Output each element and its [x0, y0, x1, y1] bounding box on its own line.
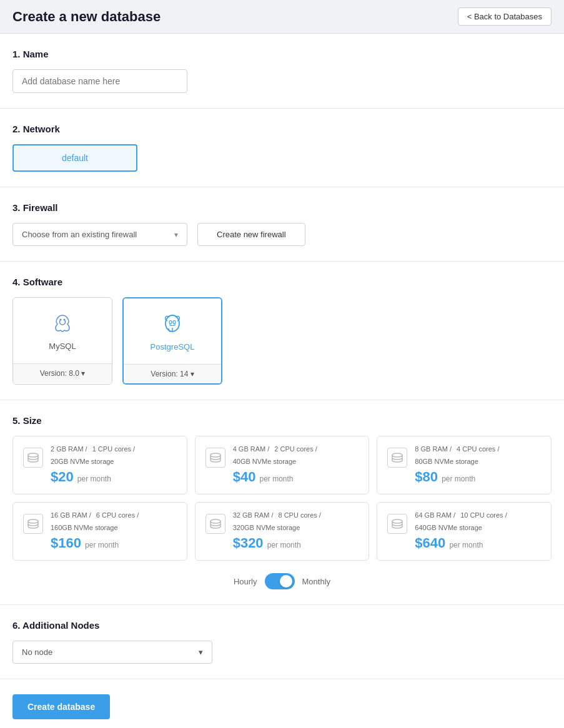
size-icon-1 — [23, 448, 43, 468]
footer-section: Create database — [0, 679, 564, 728]
billing-toggle-row: Hourly Monthly — [12, 573, 552, 589]
size-grid: 2 GB RAM / 1 CPU cores / 20GB NVMe stora… — [12, 436, 552, 561]
postgresql-name: PostgreSQL — [151, 342, 195, 352]
storage-spec-640: 640GB NVMe storage — [415, 524, 482, 531]
storage-spec-20: 20GB NVMe storage — [51, 458, 114, 465]
create-database-button[interactable]: Create database — [12, 694, 110, 719]
cpu-spec-20: 1 CPU cores / — [92, 445, 135, 453]
size-specs-640: 64 GB RAM / 10 CPU cores / 640GB NVMe st… — [415, 511, 541, 531]
price-80: $80 per month — [415, 469, 475, 485]
ram-spec-80: 8 GB RAM / — [415, 445, 452, 453]
software-grid: MySQL Version: 8.0 ▾ — [12, 297, 552, 385]
svg-point-1 — [64, 319, 66, 321]
software-section-title: 4. Software — [12, 277, 552, 287]
svg-point-5 — [28, 453, 38, 457]
size-icon-6 — [387, 514, 407, 534]
price-640: $640 per month — [415, 535, 483, 551]
nodes-section: 6. Additional Nodes No node ▾ — [0, 605, 564, 679]
svg-point-8 — [28, 519, 38, 523]
page-title: Create a new database — [12, 9, 161, 25]
network-default-button[interactable]: default — [12, 144, 137, 172]
ram-spec-20: 2 GB RAM / — [51, 445, 87, 453]
ram-spec-640: 64 GB RAM / — [415, 511, 455, 519]
mysql-icon — [50, 310, 75, 335]
cpu-spec-320: 8 CPU cores / — [278, 511, 320, 519]
ram-spec-40: 4 GB RAM / — [233, 445, 270, 453]
size-icon-3 — [387, 448, 407, 468]
network-section: 2. Network default — [0, 109, 564, 187]
svg-point-7 — [392, 453, 402, 457]
cpu-spec-640: 10 CPU cores / — [460, 511, 507, 519]
price-160: $160 per month — [51, 535, 119, 551]
price-40: $40 per month — [233, 469, 294, 485]
size-card-40[interactable]: 4 GB RAM / 2 CPU cores / 40GB NVMe stora… — [195, 436, 370, 494]
postgresql-card-top: PostgreSQL — [124, 298, 221, 364]
nodes-dropdown[interactable]: No node ▾ — [12, 641, 212, 664]
firewall-dropdown-text: Choose from an existing firewall — [22, 230, 137, 239]
database-name-input[interactable] — [12, 69, 187, 93]
svg-point-9 — [210, 519, 220, 523]
create-firewall-button[interactable]: Create new firewall — [197, 223, 305, 246]
monthly-label: Monthly — [302, 577, 331, 586]
size-section: 5. Size 2 GB RAM / 1 CPU cores / 20GB NV… — [0, 400, 564, 605]
network-section-title: 2. Network — [12, 124, 552, 134]
firewall-chevron-icon: ▾ — [174, 230, 178, 239]
size-info-20: 2 GB RAM / 1 CPU cores / 20GB NVMe stora… — [51, 445, 177, 485]
firewall-section: 3. Firewall Choose from an existing fire… — [0, 187, 564, 262]
price-320: $320 per month — [233, 535, 301, 551]
storage-spec-320: 320GB NVMe storage — [233, 524, 300, 531]
size-info-640: 64 GB RAM / 10 CPU cores / 640GB NVMe st… — [415, 511, 541, 551]
svg-point-3 — [169, 321, 172, 324]
size-info-80: 8 GB RAM / 4 CPU cores / 80GB NVMe stora… — [415, 445, 541, 485]
size-specs-320: 32 GB RAM / 8 CPU cores / 320GB NVMe sto… — [233, 511, 359, 531]
cpu-spec-80: 4 CPU cores / — [457, 445, 499, 453]
svg-point-4 — [173, 321, 176, 324]
size-section-title: 5. Size — [12, 415, 552, 426]
price-20: $20 per month — [51, 469, 111, 485]
size-icon-5 — [205, 514, 225, 534]
storage-spec-160: 160GB NVMe storage — [51, 524, 118, 531]
size-card-160[interactable]: 16 GB RAM / 6 CPU cores / 160GB NVMe sto… — [12, 502, 187, 561]
mysql-name: MySQL — [49, 342, 76, 351]
mysql-card-top: MySQL — [13, 298, 112, 363]
ram-spec-320: 32 GB RAM / — [233, 511, 274, 519]
billing-toggle[interactable] — [265, 573, 295, 589]
storage-spec-40: 40GB NVMe storage — [233, 458, 297, 465]
size-card-320[interactable]: 32 GB RAM / 8 CPU cores / 320GB NVMe sto… — [195, 502, 370, 561]
back-to-databases-button[interactable]: < Back to Databases — [458, 7, 552, 26]
postgresql-card[interactable]: PostgreSQL Version: 14 ▾ — [122, 297, 222, 385]
size-specs-160: 16 GB RAM / 6 CPU cores / 160GB NVMe sto… — [51, 511, 177, 531]
size-specs-40: 4 GB RAM / 2 CPU cores / 40GB NVMe stora… — [233, 445, 359, 465]
svg-point-6 — [210, 453, 220, 457]
size-specs-80: 8 GB RAM / 4 CPU cores / 80GB NVMe stora… — [415, 445, 541, 465]
postgresql-icon — [160, 311, 185, 336]
name-section-title: 1. Name — [12, 49, 552, 59]
main-content: 1. Name 2. Network default 3. Firewall C… — [0, 34, 564, 728]
cpu-spec-160: 6 CPU cores / — [96, 511, 139, 519]
size-specs-20: 2 GB RAM / 1 CPU cores / 20GB NVMe stora… — [51, 445, 177, 465]
svg-point-0 — [60, 319, 62, 321]
size-icon-2 — [205, 448, 225, 468]
svg-point-10 — [392, 519, 402, 523]
storage-spec-80: 80GB NVMe storage — [415, 458, 478, 465]
size-card-640[interactable]: 64 GB RAM / 10 CPU cores / 640GB NVMe st… — [377, 502, 552, 561]
nodes-section-title: 6. Additional Nodes — [12, 620, 552, 631]
mysql-version[interactable]: Version: 8.0 ▾ — [13, 363, 112, 383]
mysql-card[interactable]: MySQL Version: 8.0 ▾ — [12, 297, 112, 385]
size-card-20[interactable]: 2 GB RAM / 1 CPU cores / 20GB NVMe stora… — [12, 436, 187, 494]
size-info-40: 4 GB RAM / 2 CPU cores / 40GB NVMe stora… — [233, 445, 359, 485]
top-bar: Create a new database < Back to Database… — [0, 0, 564, 34]
software-section: 4. Software MySQL Version: 8.0 ▾ — [0, 262, 564, 400]
cpu-spec-40: 2 CPU cores / — [274, 445, 317, 453]
firewall-row: Choose from an existing firewall ▾ Creat… — [12, 223, 552, 246]
postgresql-version[interactable]: Version: 14 ▾ — [124, 364, 221, 383]
nodes-chevron-icon: ▾ — [199, 647, 203, 657]
hourly-label: Hourly — [234, 577, 257, 586]
nodes-selected: No node — [22, 647, 52, 657]
ram-spec-160: 16 GB RAM / — [51, 511, 91, 519]
firewall-dropdown[interactable]: Choose from an existing firewall ▾ — [12, 223, 187, 246]
size-card-80[interactable]: 8 GB RAM / 4 CPU cores / 80GB NVMe stora… — [377, 436, 552, 494]
firewall-section-title: 3. Firewall — [12, 202, 552, 213]
size-icon-4 — [23, 514, 43, 534]
name-section: 1. Name — [0, 34, 564, 109]
